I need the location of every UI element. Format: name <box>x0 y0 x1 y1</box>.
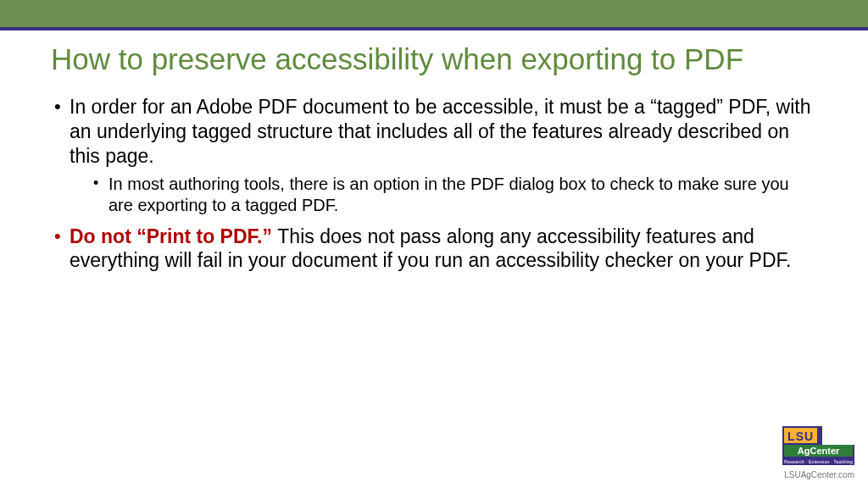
bullet-1-text: In order for an Adobe PDF document to be… <box>70 96 810 167</box>
logo-agcenter-text: AgCenter <box>782 445 854 458</box>
bullet-2-emphasis: Do not “Print to PDF.” <box>70 225 277 247</box>
bullet-1-sub-1: In most authoring tools, there is an opt… <box>93 174 817 216</box>
logo-side-bar <box>817 426 822 445</box>
header-green-bar <box>0 0 868 27</box>
logo-top-row: LSU <box>782 426 854 445</box>
site-url: LSUAgCenter.com <box>782 470 854 480</box>
lsu-agcenter-logo: LSU AgCenter Research · Extension · Teac… <box>782 426 854 465</box>
bullet-1-sub-1-text: In most authoring tools, there is an opt… <box>108 175 789 214</box>
slide-content: How to preserve accessibility when expor… <box>0 30 868 273</box>
footer: LSU AgCenter Research · Extension · Teac… <box>782 426 854 480</box>
bullet-2: Do not “Print to PDF.” This does not pas… <box>51 225 817 274</box>
logo-tagline: Research · Extension · Teaching <box>782 458 854 465</box>
bullet-list: In order for an Adobe PDF document to be… <box>51 95 817 273</box>
bullet-1: In order for an Adobe PDF document to be… <box>51 95 817 215</box>
logo-lsu-text: LSU <box>782 426 817 445</box>
bullet-1-sublist: In most authoring tools, there is an opt… <box>70 174 817 216</box>
slide-title: How to preserve accessibility when expor… <box>51 42 817 76</box>
